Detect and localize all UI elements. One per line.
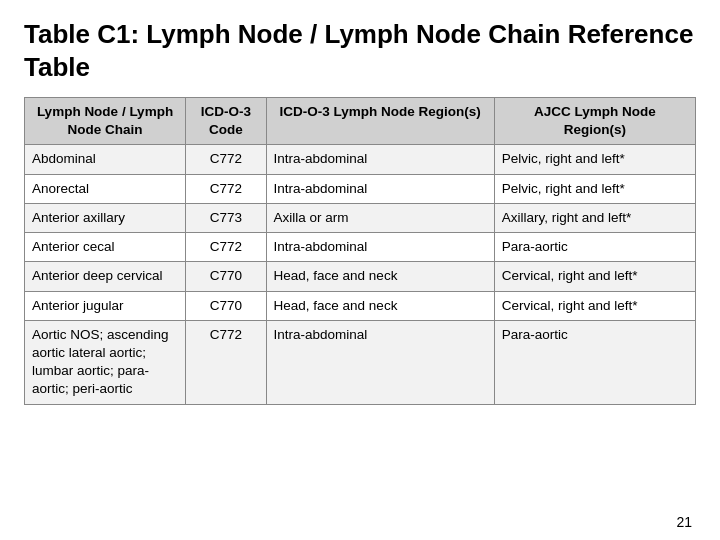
table-row: Anterior axillaryC773Axilla or armAxilla… (25, 203, 696, 232)
cell-ajcc: Pelvic, right and left* (494, 174, 695, 203)
cell-icd-code: C770 (186, 291, 267, 320)
cell-icd-code: C772 (186, 145, 267, 174)
header-icd-region: ICD-O-3 Lymph Node Region(s) (266, 98, 494, 145)
table-row: Aortic NOS; ascending aortic lateral aor… (25, 320, 696, 404)
page-title: Table C1: Lymph Node / Lymph Node Chain … (0, 0, 720, 97)
cell-region: Head, face and neck (266, 291, 494, 320)
cell-region: Axilla or arm (266, 203, 494, 232)
cell-icd-code: C770 (186, 262, 267, 291)
header-icd-code: ICD-O-3 Code (186, 98, 267, 145)
table-row: Anterior jugularC770Head, face and neckC… (25, 291, 696, 320)
cell-region: Head, face and neck (266, 262, 494, 291)
cell-region: Intra-abdominal (266, 145, 494, 174)
cell-region: Intra-abdominal (266, 233, 494, 262)
cell-region: Intra-abdominal (266, 174, 494, 203)
table-container: Lymph Node / Lymph Node Chain ICD-O-3 Co… (0, 97, 720, 405)
table-body: AbdominalC772Intra-abdominalPelvic, righ… (25, 145, 696, 404)
cell-ajcc: Cervical, right and left* (494, 262, 695, 291)
cell-ajcc: Cervical, right and left* (494, 291, 695, 320)
cell-icd-code: C772 (186, 320, 267, 404)
cell-ajcc: Para-aortic (494, 320, 695, 404)
cell-lymph-node: Anterior cecal (25, 233, 186, 262)
cell-icd-code: C773 (186, 203, 267, 232)
table-row: Anterior deep cervicalC770Head, face and… (25, 262, 696, 291)
table-row: Anterior cecalC772Intra-abdominalPara-ao… (25, 233, 696, 262)
reference-table: Lymph Node / Lymph Node Chain ICD-O-3 Co… (24, 97, 696, 405)
cell-lymph-node: Abdominal (25, 145, 186, 174)
table-row: AnorectalC772Intra-abdominalPelvic, righ… (25, 174, 696, 203)
cell-icd-code: C772 (186, 233, 267, 262)
cell-region: Intra-abdominal (266, 320, 494, 404)
table-row: AbdominalC772Intra-abdominalPelvic, righ… (25, 145, 696, 174)
cell-lymph-node: Anterior axillary (25, 203, 186, 232)
cell-ajcc: Para-aortic (494, 233, 695, 262)
header-ajcc: AJCC Lymph Node Region(s) (494, 98, 695, 145)
cell-lymph-node: Aortic NOS; ascending aortic lateral aor… (25, 320, 186, 404)
table-header-row: Lymph Node / Lymph Node Chain ICD-O-3 Co… (25, 98, 696, 145)
cell-lymph-node: Anterior deep cervical (25, 262, 186, 291)
cell-ajcc: Pelvic, right and left* (494, 145, 695, 174)
header-lymph-node: Lymph Node / Lymph Node Chain (25, 98, 186, 145)
page-number: 21 (676, 514, 692, 530)
cell-lymph-node: Anorectal (25, 174, 186, 203)
cell-icd-code: C772 (186, 174, 267, 203)
cell-ajcc: Axillary, right and left* (494, 203, 695, 232)
cell-lymph-node: Anterior jugular (25, 291, 186, 320)
